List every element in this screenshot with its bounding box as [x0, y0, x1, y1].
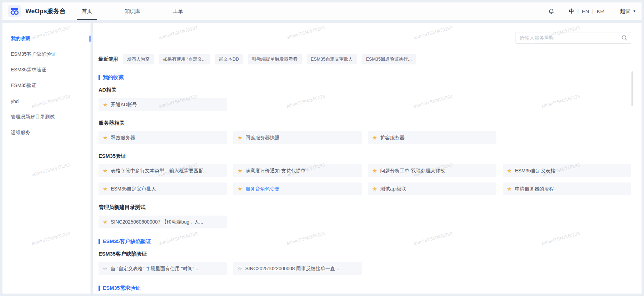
service-card[interactable]: ★扩容服务器 [368, 131, 496, 144]
sidebar-item-admin-new-directory[interactable]: 管理员新建目录测试 [2, 109, 91, 125]
service-card[interactable]: ★SINC20250606000007 【移动端bug，人... [99, 216, 227, 228]
navbar-right: 中 | EN | KR 超管 ▼ [548, 8, 636, 15]
card-grid-esm35-customer-defect: ☆当 “自定义表格” 字段里面有使用 “时间” ...☆SINC20251022… [99, 262, 631, 275]
card-grid-ad-related: ★开通AD帐号 [99, 98, 631, 111]
section-my-favorites: 我的收藏AD相关★开通AD帐号服务器相关★释放服务器★回滚服务器快照★扩容服务器… [99, 74, 631, 228]
top-navbar: WeOps服务台 首页知识库工单 中 | EN | KR 超管 ▼ [2, 2, 642, 20]
lang-separator: | [578, 8, 579, 14]
main-content: 最近使用 发布人为空如果有使用 “自定义...富文本DD移动端提单触发器看看ES… [93, 23, 642, 294]
sidebar-item-esm35-customer-defect[interactable]: ESM35客户缺陷验证 [2, 46, 91, 62]
star-icon[interactable]: ★ [103, 102, 108, 108]
star-icon[interactable]: ★ [507, 168, 512, 174]
service-card[interactable]: ★测试api级联 [368, 182, 496, 195]
star-icon[interactable]: ★ [372, 135, 377, 141]
service-card[interactable]: ★释放服务器 [99, 131, 227, 144]
recent-used-label: 最近使用 [99, 56, 118, 62]
notification-bell-icon[interactable] [548, 8, 555, 15]
service-card-label: SINC20250606000007 【移动端bug，人... [111, 219, 203, 225]
lang-option-zh[interactable]: 中 [569, 8, 574, 15]
service-card[interactable]: ★回滚服务器快照 [233, 131, 362, 144]
star-icon[interactable]: ★ [372, 168, 377, 174]
service-card-label: ESM35自定义表格 [515, 168, 555, 174]
section-title-text: ESM35客户缺陷验证 [103, 238, 151, 245]
service-card-label: 回滚服务器快照 [245, 135, 280, 141]
section-marker [99, 239, 100, 244]
service-card[interactable]: ☆SINC20251022000008 同事反馈接单一直... [233, 262, 362, 275]
group-title-admin-new-directory: 管理员新建目录测试 [99, 204, 631, 211]
star-icon[interactable]: ★ [372, 186, 377, 192]
star-icon[interactable]: ★ [103, 186, 108, 192]
service-card-label: SINC20251022000008 同事反馈接单一直... [245, 266, 339, 272]
service-card-label: 服务台角色变更 [245, 186, 280, 192]
search-row [99, 23, 631, 44]
sidebar-item-esm35-requirement[interactable]: ESM35需求验证 [2, 62, 91, 78]
service-card-label: 问题分析工单-双瑞处理人修改 [380, 168, 445, 174]
service-card-label: 释放服务器 [111, 135, 135, 141]
service-card[interactable]: ★服务台角色变更 [233, 182, 362, 195]
service-card-label: 申请服务器的流程 [515, 186, 554, 192]
section-marker [99, 286, 100, 291]
service-card[interactable]: ★开通AD帐号 [99, 98, 227, 111]
recent-tag-0[interactable]: 发布人为空 [123, 54, 154, 64]
service-card[interactable]: ★表格字段中多行文本类型，输入框需要匹配... [99, 164, 227, 177]
lang-option-en[interactable]: EN [582, 8, 589, 14]
sidebar-item-ops-service[interactable]: 运维服务 [2, 125, 91, 140]
star-icon[interactable]: ★ [103, 168, 108, 174]
recent-used-row: 最近使用 发布人为空如果有使用 “自定义...富文本DD移动端提单触发器看看ES… [99, 54, 631, 64]
section-title-text: ESM35需求验证 [103, 285, 141, 291]
group-title-ad-related: AD相关 [99, 87, 631, 93]
star-icon[interactable]: ★ [103, 219, 108, 225]
star-outline-icon[interactable]: ☆ [103, 266, 107, 271]
service-card[interactable]: ☆当 “自定义表格” 字段里面有使用 “时间” ... [99, 262, 227, 275]
search-icon[interactable] [621, 35, 631, 41]
service-card-label: 开通AD帐号 [111, 102, 137, 108]
star-outline-icon[interactable]: ☆ [237, 266, 242, 271]
sidebar: 我的收藏ESM35客户缺陷验证ESM35需求验证ESM35验证yhd管理员新建目… [2, 23, 91, 294]
recent-tag-2[interactable]: 富文本DD [215, 54, 243, 64]
service-card[interactable]: ★ESM35自定义审批人 [99, 182, 227, 195]
section-esm35-requirement: ESM35需求验证 [99, 285, 631, 294]
card-grid-admin-new-directory: ★SINC20250606000007 【移动端bug，人... [99, 216, 631, 228]
star-icon[interactable]: ★ [103, 135, 108, 141]
section-title-my-favorites: 我的收藏 [99, 74, 631, 81]
sidebar-item-my-favorites[interactable]: 我的收藏 [2, 31, 91, 46]
service-card[interactable]: ★ESM35自定义表格 [503, 164, 631, 177]
card-grid-esm35-verify: ★表格字段中多行文本类型，输入框需要匹配...★满意度评价通知-支持代提单★问题… [99, 164, 631, 195]
search-input[interactable] [516, 35, 621, 41]
recent-tag-1[interactable]: 如果有使用 “自定义... [159, 54, 210, 64]
service-card-label: 满意度评价通知-支持代提单 [245, 168, 306, 174]
star-icon[interactable]: ★ [237, 135, 242, 141]
star-icon[interactable]: ★ [237, 168, 242, 174]
section-title-text: 我的收藏 [103, 74, 124, 81]
section-marker [99, 75, 100, 80]
service-card[interactable]: ★满意度评价通知-支持代提单 [233, 164, 362, 177]
card-grid-server-related: ★释放服务器★回滚服务器快照★扩容服务器 [99, 131, 631, 144]
lang-separator: | [592, 8, 594, 14]
star-icon[interactable]: ★ [507, 186, 512, 192]
search-box [516, 32, 631, 44]
recent-tag-5[interactable]: ESM35回退验证换行... [362, 54, 416, 64]
app-title: WeOps服务台 [25, 7, 66, 15]
language-switcher: 中 | EN | KR [569, 8, 604, 15]
service-card-label: 扩容服务器 [380, 135, 405, 141]
star-icon[interactable]: ★ [237, 186, 242, 192]
nav-item-tickets[interactable]: 工单 [171, 2, 184, 20]
scrollbar-thumb[interactable] [631, 71, 633, 106]
section-title-esm35-customer-defect: ESM35客户缺陷验证 [99, 238, 631, 245]
section-title-esm35-requirement: ESM35需求验证 [99, 285, 631, 291]
nav-item-knowledge-base[interactable]: 知识库 [123, 2, 142, 20]
nav-item-home[interactable]: 首页 [80, 2, 94, 20]
sidebar-item-esm35-verify[interactable]: ESM35验证 [2, 78, 91, 93]
nav-menu: 首页知识库工单 [80, 2, 184, 20]
service-card-label: ESM35自定义审批人 [111, 186, 156, 192]
service-card[interactable]: ★申请服务器的流程 [503, 182, 631, 195]
recent-tag-4[interactable]: ESM35自定义审批人 [307, 54, 357, 64]
sections-container: 我的收藏AD相关★开通AD帐号服务器相关★释放服务器★回滚服务器快照★扩容服务器… [99, 74, 631, 294]
user-menu[interactable]: 超管 ▼ [620, 8, 636, 15]
lang-option-kr[interactable]: KR [597, 8, 604, 14]
service-card[interactable]: ★问题分析工单-双瑞处理人修改 [368, 164, 496, 177]
sidebar-item-yhd[interactable]: yhd [2, 93, 91, 109]
service-card-label: 表格字段中多行文本类型，输入框需要匹配... [111, 168, 207, 174]
group-title-esm35-verify: ESM35验证 [99, 153, 631, 159]
recent-tag-3[interactable]: 移动端提单触发器看看 [248, 54, 302, 64]
